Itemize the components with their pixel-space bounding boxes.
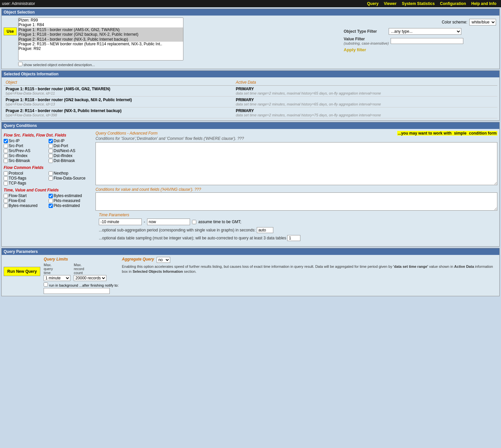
list-item[interactable]: Plzen: R99 [19,18,183,22]
bg-checkbox[interactable] [44,282,48,287]
agg-row: Aggregate Query no yes [122,257,497,263]
use-button[interactable]: Use [4,27,17,35]
nav-configuration[interactable]: Configuration [437,1,469,7]
nav-query[interactable]: Query [365,1,381,7]
list-item[interactable]: Prague: R92 [19,46,183,51]
field-checkbox[interactable] [49,194,53,198]
show-desc-label: show selected object extended descriptio… [23,63,95,67]
apply-filter-button[interactable]: Apply filter [344,47,366,52]
sub-agg-input[interactable] [257,227,273,233]
aggregate-select[interactable]: no yes [157,257,170,263]
sampling-input[interactable] [287,235,300,241]
flow-src-dst-label: Flow Src. Fields, Flow Dst. Fields [4,133,93,138]
field-checkbox[interactable] [49,144,53,148]
field-checkbox[interactable] [4,194,8,198]
run-new-query-button[interactable]: Run New Query [4,267,40,276]
max-query-time-col: Max.querytime 1 minute 5 minutes 10 minu… [44,263,70,281]
field-item: Src-ifIndex [4,153,48,158]
value-filter-row: Value Filter (substring, case-insensitiv… [344,37,496,45]
field-checkbox[interactable] [49,176,53,181]
adv-simple-highlighted[interactable]: simple [453,131,467,136]
field-checkbox[interactable] [49,149,53,153]
data-detail: data set time range=2 minutes, maximal h… [236,91,495,95]
gmt-checkbox[interactable] [192,220,196,224]
field-checkbox[interactable] [49,154,53,158]
src-fields-col: Src-IPSrc-PortSrc/Prev-ASSrc-ifIndexSrc-… [4,138,48,163]
agg-title: Aggregate Query [122,257,154,262]
field-checkbox[interactable] [49,139,53,143]
query-parameters-header: Query Parameters [2,248,499,255]
object-type-filter-select[interactable]: ...any type... [389,28,461,35]
col-object: Object [4,79,234,86]
field-checkbox[interactable] [49,171,53,176]
field-item: Nexthop [49,171,93,176]
selected-objects-body: Object Active Data Prague 1: R115 - bord… [2,77,499,120]
show-desc-checkbox-area[interactable]: show selected object extended descriptio… [18,62,183,67]
value-filter-input[interactable] [391,38,463,44]
field-checkbox[interactable] [4,159,8,163]
list-item[interactable]: Prague 1: R115 - border router (AMS-IX, … [19,27,183,32]
max-record-count-select[interactable]: 20000 records 10000 records 5000 records [74,275,106,281]
time-value-cols: Flow-StartFlow-EndBytes-measured Bytes-e… [4,193,93,208]
field-item: Dst-Port [49,143,93,148]
time-to-input[interactable] [147,219,190,225]
query-conditions-section: Query Conditions Flow Src. Fields, Flow … [1,122,500,247]
field-label: Src-Port [9,143,23,148]
nav-viewer[interactable]: Viewer [381,1,399,7]
table-row: Prague 1: R118 - border router (GN2 back… [4,97,497,107]
value-filter-sublabel: (substring, case-insensitive) [344,41,389,45]
field-item: Dst-IP [49,139,93,143]
data-detail: data set time range=2 minutes, maximal h… [236,113,495,117]
gmt-label: assume time to be GMT; [198,220,241,224]
field-checkbox[interactable] [4,139,8,143]
max-query-time-select[interactable]: 1 minute 5 minutes 10 minutes 30 minutes [44,275,70,281]
field-checkbox[interactable] [4,176,8,181]
time-dash: - [144,220,145,224]
field-checkbox[interactable] [49,199,53,203]
adv-title: Query Conditions - Advanced Form [96,131,158,136]
field-checkbox[interactable] [4,199,8,203]
data-primary: PRIMARY [236,108,495,113]
query-conditions-header: Query Conditions [2,122,499,129]
field-checkbox[interactable] [4,171,8,176]
field-item: Flow-Start [4,193,48,198]
bg-label: run in background [49,283,78,287]
time-col1: Flow-StartFlow-EndBytes-measured [4,193,48,208]
topbar: user: Administrator Query Viewer System … [0,0,501,7]
sub-agg-label: ...optional sub-aggregation period (corr… [99,228,255,232]
field-label: Dst-IP [54,139,64,143]
field-checkbox[interactable] [49,159,53,163]
field-label: Protocol [9,171,23,176]
object-listbox[interactable]: Plzen: R99 Prague 1: R84 Prague 1: R115 … [18,18,183,61]
list-item[interactable]: Prague 1: R84 [19,22,183,27]
show-desc-checkbox[interactable] [18,62,22,66]
table-row: Prague 1: R115 - border router (AMS-IX, … [4,86,497,97]
object-selection-section: Object Selection Use Plzen: R99 Prague 1… [1,9,500,69]
field-label: Bytes-measured [9,203,37,208]
limits-title: Query Limits [44,257,118,262]
field-item: Flow-End [4,198,48,203]
advanced-form: Query Conditions - Advanced Form ...you … [96,131,497,244]
list-item[interactable]: Prague 2: R114 - border router (NIX-3, P… [19,37,183,42]
field-item: Bytes-estimated [49,193,93,198]
query-limits: Query Limits Max.querytime 1 minute 5 mi… [44,257,118,294]
field-checkbox[interactable] [4,144,8,148]
nav-help[interactable]: Help and Info [469,1,499,7]
list-item[interactable]: Prague 2: R135 - NEW border router (futu… [19,42,183,46]
obj-type: type=Flow-Data-Source, id=13 [6,102,232,106]
obj-list-area: Use Plzen: R99 Prague 1: R84 Prague 1: R… [4,18,183,67]
field-checkbox[interactable] [4,154,8,158]
color-scheme-select[interactable]: white/blue color1 color2 [469,19,496,25]
field-checkbox[interactable] [49,204,53,208]
field-checkbox[interactable] [4,204,8,208]
field-checkbox[interactable] [4,149,8,153]
field-label: Bytes-estimated [54,193,82,198]
list-item[interactable]: Prague 1: R118 - border router (GN2 back… [19,32,183,37]
notify-input[interactable] [44,288,110,294]
nav-system-statistics[interactable]: System Statistics [399,1,437,7]
user-label: user: Administrator [2,1,35,6]
time-from-input[interactable] [99,219,142,225]
having-clause-textarea[interactable] [96,192,497,211]
field-checkbox[interactable] [4,181,8,185]
where-clause-textarea[interactable] [96,142,497,185]
